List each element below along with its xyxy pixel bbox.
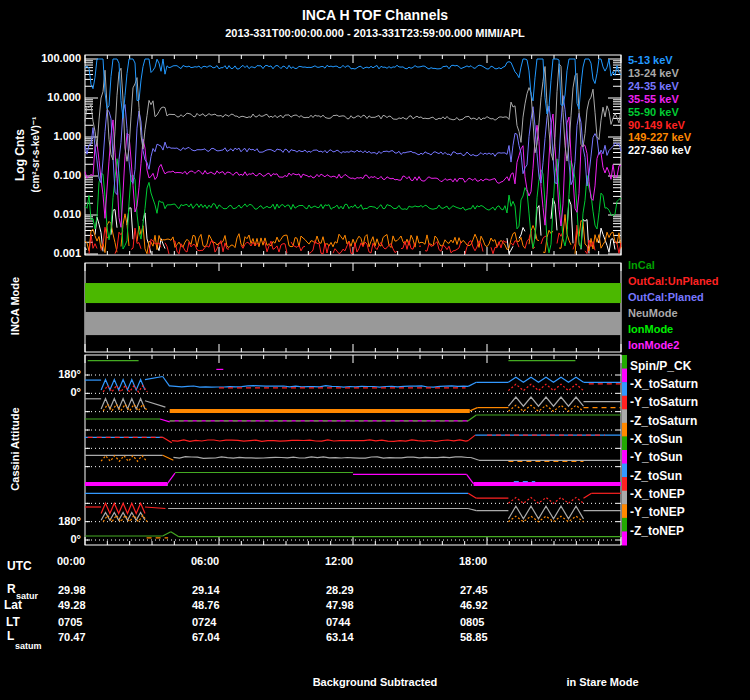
att-ZtoSun-seg <box>467 474 474 484</box>
attitude-ytick-label: 0° <box>10 533 81 545</box>
legend-attitude-YtoSun: -Y_toSun <box>630 450 683 464</box>
legend-channel-35-55-keV: 35-55 keV <box>628 93 679 105</box>
legend-mode-OutCal-Planed: OutCal:Planed <box>628 291 704 303</box>
inca-tof-plot-window: INCA H TOF Channels 2013-331T00:00:00.00… <box>0 0 750 700</box>
utc-tick-label: 06:00 <box>191 555 219 567</box>
attitude-swatch <box>622 450 627 464</box>
att-XtoNEP-seg <box>584 493 592 498</box>
ephemeris-cell: 49.28 <box>58 599 86 611</box>
att-XtoSun-seg <box>172 440 468 442</box>
attitude-swatch <box>622 409 627 423</box>
att-XtoNEP-seg <box>508 498 583 504</box>
attitude-swatch <box>622 382 627 396</box>
r-row-label: R <box>7 582 16 596</box>
l-row-label-sub: satum <box>15 641 42 651</box>
att-XtoSaturn-seg <box>508 377 583 382</box>
tof-trace-90-149-keV <box>425 241 461 252</box>
tof-trace-149-227-keV <box>559 215 571 249</box>
tof-ytick-label: 0.100 <box>10 169 81 181</box>
utc-row-label: UTC <box>7 559 32 573</box>
att-XtoSaturn-seg <box>508 384 583 390</box>
ephemeris-cell: 48.76 <box>192 599 220 611</box>
lat-row-label: Lat <box>4 598 22 612</box>
attitude-swatch <box>622 531 627 545</box>
legend-channel-227-360-keV: 227-360 keV <box>628 144 691 156</box>
tof-trace-90-149-keV <box>491 241 507 254</box>
legend-mode-OutCal-UnPlaned: OutCal:UnPlaned <box>628 275 718 287</box>
legend-mode-NeuMode: NeuMode <box>628 307 678 319</box>
legend-attitude-ZtoSun: -Z_toSun <box>630 469 682 483</box>
att-ZtoSaturn-seg <box>468 415 476 421</box>
legend-attitude-SpinPCK: Spin/P_CK <box>630 359 691 373</box>
tof-trace-90-149-keV <box>333 242 397 254</box>
att-XtoSun-seg <box>163 437 172 443</box>
attitude-swatch <box>622 518 627 532</box>
legend-attitude-XtoSun: -X_toSun <box>630 432 683 446</box>
tof-trace-149-227-keV <box>137 226 525 254</box>
ephemeris-cell: 0805 <box>460 616 484 628</box>
ephemeris-cell: 47.98 <box>326 599 354 611</box>
att-YtoSun-seg <box>471 458 479 461</box>
att-YtoSaturn-seg <box>508 405 583 411</box>
tof-trace-227-360-keV <box>519 228 525 239</box>
utc-tick-label: 00:00 <box>57 555 85 567</box>
ephemeris-cell: 46.92 <box>460 599 488 611</box>
l-row-label: L <box>7 629 14 643</box>
tof-y-axis-units: (cm²-sr-s-keV)⁻¹ <box>30 55 41 255</box>
att-XtoSun-seg <box>468 435 475 441</box>
ephemeris-cell: 0705 <box>58 616 82 628</box>
ephemeris-cell: 63.14 <box>326 631 354 643</box>
att-XtoSaturn-seg <box>170 386 469 388</box>
legend-channel-149-227-keV: 149-227 keV <box>628 131 691 143</box>
attitude-ytick-label: 180° <box>10 368 81 380</box>
att-YtoNEP-seg <box>145 507 165 509</box>
legend-attitude-ZtoSaturn: -Z_toSaturn <box>630 414 697 428</box>
attitude-swatch <box>622 464 627 478</box>
ephemeris-cell: 70.47 <box>58 631 86 643</box>
page-title: INCA H TOF Channels <box>0 7 750 23</box>
att-YtoSun-seg <box>173 457 471 459</box>
att-ZtoNEP-seg <box>171 532 179 537</box>
att-ZtoSaturn-seg <box>160 419 170 422</box>
attitude-swatch <box>622 436 627 450</box>
att-YtoNEP-seg <box>508 506 583 519</box>
tof-trace-35-55-keV <box>85 114 621 227</box>
attitude-swatch <box>622 491 627 505</box>
attitude-swatch <box>622 504 627 518</box>
attitude-swatch <box>622 369 627 383</box>
attitude-swatch <box>622 477 627 491</box>
att-XtoNEP-seg <box>468 493 476 498</box>
panel-frame-1 <box>85 263 621 352</box>
att-YtoNEP-seg <box>508 516 583 522</box>
tof-ytick-label: 100.000 <box>10 52 81 64</box>
tof-ytick-label: 10.000 <box>10 91 81 103</box>
tof-ytick-label: 1.000 <box>10 130 81 142</box>
legend-attitude-XtoSaturn: -X_toSaturn <box>630 377 698 391</box>
attitude-swatch <box>622 423 627 437</box>
legend-attitude-YtoNEP: -Y_toNEP <box>630 505 685 519</box>
attitude-ytick-label: 180° <box>10 515 81 527</box>
tof-ytick-label: 0.001 <box>10 247 81 259</box>
legend-channel-90-149-keV: 90-149 keV <box>628 119 685 131</box>
legend-attitude-ZtoNEP: -Z_toNEP <box>630 524 684 538</box>
legend-attitude-YtoSaturn: -Y_toSaturn <box>630 395 698 409</box>
att-YtoNEP-seg <box>468 509 476 511</box>
legend-attitude-XtoNEP: -X_toNEP <box>630 487 685 501</box>
neu-mode-bar <box>85 312 621 335</box>
legend-channel-5-13-keV: 5-13 keV <box>628 54 673 66</box>
legend-channel-55-90-keV: 55-90 keV <box>628 106 679 118</box>
ephemeris-cell: 0744 <box>326 616 350 628</box>
tof-trace-90-149-keV <box>165 243 169 254</box>
tof-trace-90-149-keV <box>465 241 483 254</box>
ephemeris-cell: 0724 <box>192 616 216 628</box>
ephemeris-cell: 29.98 <box>58 584 86 596</box>
att-YtoSaturn-seg <box>470 408 478 411</box>
tof-trace-227-360-keV <box>85 249 87 250</box>
ephemeris-cell: 28.29 <box>326 584 354 596</box>
legend-mode-IonMode: IonMode <box>628 323 673 335</box>
tof-trace-90-149-keV <box>309 241 329 254</box>
att-XtoSaturn-seg <box>145 377 163 380</box>
caption-stare-mode: in Stare Mode <box>540 676 665 688</box>
att-XtoSaturn-seg <box>163 377 170 387</box>
ephemeris-cell: 29.14 <box>192 584 220 596</box>
